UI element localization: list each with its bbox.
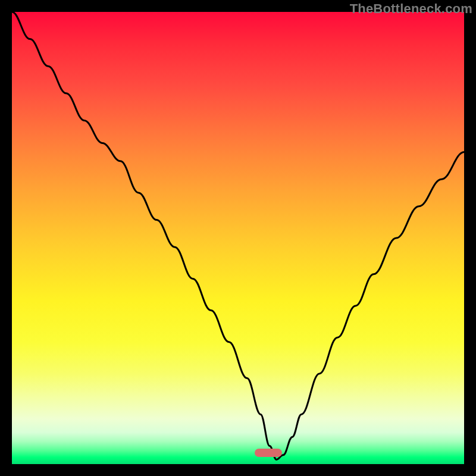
chart-container: TheBottleneck.com bbox=[0, 0, 476, 476]
optimal-marker bbox=[255, 449, 282, 457]
plot-area bbox=[12, 12, 464, 464]
bottleneck-curve bbox=[12, 12, 464, 464]
watermark-label: TheBottleneck.com bbox=[350, 1, 472, 17]
